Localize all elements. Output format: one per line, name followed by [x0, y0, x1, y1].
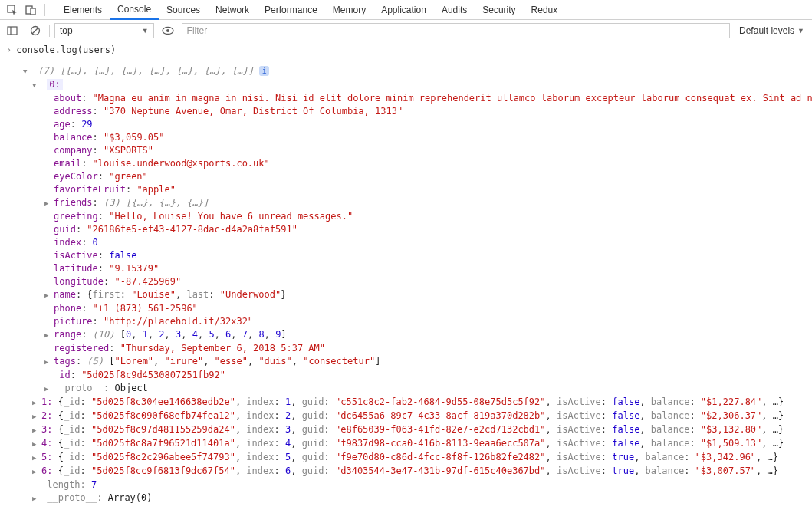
entry-0-body: about: "Magna eu anim in magna in nisi. … — [6, 92, 806, 396]
expand-arrow-icon[interactable] — [44, 288, 52, 302]
prop-row[interactable]: greeting: "Hello, Louise! You have 6 unr… — [6, 210, 806, 223]
expand-arrow-icon[interactable] — [44, 196, 52, 210]
prop-row[interactable]: friends: (3) [{…}, {…}, {…}] — [6, 196, 806, 210]
expand-arrow-icon[interactable] — [44, 382, 52, 396]
expand-arrow-icon[interactable] — [23, 64, 31, 78]
prop-value: "5d025f8c9d4530807251fb92" — [81, 370, 225, 380]
tab-security[interactable]: Security — [475, 0, 523, 20]
prop-row[interactable]: phone: "+1 (873) 561-2596" — [6, 302, 806, 315]
console-prompt-row: › console.log(users) — [0, 41, 812, 58]
entry-key: 5: — [41, 452, 58, 462]
context-label: top — [60, 25, 73, 36]
prompt-text[interactable]: console.log(users) — [16, 44, 116, 55]
info-icon[interactable]: i — [259, 66, 269, 76]
prop-row[interactable]: __proto__: Object — [6, 382, 806, 396]
tab-network[interactable]: Network — [208, 0, 257, 20]
array-summary: (7) [{…}, {…}, {…}, {…}, {…}, {…}, {…}] — [38, 65, 254, 76]
tab-memory[interactable]: Memory — [325, 0, 373, 20]
filter-input[interactable]: Filter — [182, 23, 730, 38]
svg-rect-2 — [31, 8, 35, 15]
expand-arrow-icon[interactable] — [44, 328, 52, 342]
tab-console[interactable]: Console — [110, 0, 159, 20]
prop-key: balance — [54, 132, 93, 143]
prop-key: age — [54, 119, 71, 130]
tab-application[interactable]: Application — [373, 0, 434, 20]
log-levels-selector[interactable]: Default levels ▼ — [735, 25, 809, 36]
expand-arrow-icon[interactable] — [32, 78, 40, 92]
prop-value: 29 — [81, 119, 92, 130]
prop-row[interactable]: eyeColor: "green" — [6, 170, 806, 183]
entry-row[interactable]: 6: {_id: "5d025f8cc9f6813f9dc67f54", ind… — [6, 465, 806, 479]
inspect-element-icon[interactable] — [3, 1, 21, 19]
prop-row[interactable]: registered: "Thursday, September 6, 2018… — [6, 342, 806, 355]
levels-label: Default levels — [739, 25, 794, 36]
prop-value: "26186fe5-ef43-4127-8dac-d4a2a8faf591" — [87, 224, 298, 235]
prop-key: guid — [54, 224, 76, 235]
filter-placeholder: Filter — [187, 25, 208, 36]
clear-console-icon[interactable] — [26, 21, 44, 40]
device-toolbar-icon[interactable] — [21, 1, 40, 19]
expand-arrow-icon[interactable] — [32, 451, 40, 465]
tab-elements[interactable]: Elements — [56, 0, 110, 20]
proto-array-row[interactable]: __proto__: Array(0) — [6, 492, 806, 505]
prop-value: false — [109, 250, 136, 261]
prop-key: longitude — [54, 276, 104, 287]
live-expression-icon[interactable] — [159, 21, 177, 40]
prop-key: registered — [54, 343, 109, 354]
svg-line-6 — [32, 28, 38, 34]
entry-0-header[interactable]: 0: — [6, 78, 806, 92]
entry-row[interactable]: 3: {_id: "5d025f8c97d481155259da24", ind… — [6, 423, 806, 437]
expand-arrow-icon[interactable] — [32, 396, 40, 410]
prop-key: isActive — [54, 250, 98, 261]
prop-row[interactable]: email: "louise.underwood@xsports.co.uk" — [6, 157, 806, 170]
prop-row[interactable]: age: 29 — [6, 118, 806, 131]
expand-arrow-icon[interactable] — [32, 465, 40, 479]
chevron-down-icon: ▼ — [142, 27, 149, 35]
prop-key: eyeColor — [54, 171, 98, 182]
entry-row[interactable]: 1: {_id: "5d025f8c304ee146638edb2e", ind… — [6, 396, 806, 410]
prop-row[interactable]: _id: "5d025f8c9d4530807251fb92" — [6, 369, 806, 382]
prop-row[interactable]: address: "370 Neptune Avenue, Omar, Dist… — [6, 105, 806, 118]
expand-arrow-icon[interactable] — [32, 410, 40, 423]
tab-redux[interactable]: Redux — [524, 0, 566, 20]
prop-key: greeting — [54, 211, 98, 222]
prop-row[interactable]: longitude: "-87.425969" — [6, 275, 806, 288]
prop-key: phone — [54, 303, 81, 314]
prop-row[interactable]: name: {first: "Louise", last: "Underwood… — [6, 288, 806, 302]
entry-key: 1: — [41, 396, 58, 407]
prop-row[interactable]: tags: (5) ["Lorem", "irure", "esse", "du… — [6, 355, 806, 369]
entry-row[interactable]: 5: {_id: "5d025f8c2c296abee5f74793", ind… — [6, 451, 806, 465]
prop-row[interactable]: guid: "26186fe5-ef43-4127-8dac-d4a2a8faf… — [6, 223, 806, 236]
prop-row[interactable]: isActive: false — [6, 249, 806, 262]
length-row: length: 7 — [6, 479, 806, 492]
prop-row[interactable]: balance: "$3,059.05" — [6, 131, 806, 144]
prop-row[interactable]: latitude: "9.15379" — [6, 262, 806, 275]
entry-row[interactable]: 2: {_id: "5d025f8c090f68efb74fea12", ind… — [6, 410, 806, 423]
prop-key: name — [54, 289, 76, 300]
prop-row[interactable]: picture: "http://placehold.it/32x32" — [6, 315, 806, 328]
entry-key: 2: — [41, 410, 58, 421]
tab-audits[interactable]: Audits — [434, 0, 475, 20]
prop-row[interactable]: favoriteFruit: "apple" — [6, 183, 806, 196]
expand-arrow-icon[interactable] — [32, 423, 40, 437]
prop-value: "Magna eu anim in magna in nisi. Nisi id… — [93, 93, 812, 104]
prop-value: 0 — [93, 237, 98, 248]
expand-arrow-icon[interactable] — [32, 492, 40, 505]
tab-performance[interactable]: Performance — [257, 0, 325, 20]
tab-sources[interactable]: Sources — [159, 0, 208, 20]
prop-row[interactable]: index: 0 — [6, 236, 806, 249]
prop-row[interactable]: range: (10) [0, 1, 2, 3, 4, 5, 6, 7, 8, … — [6, 328, 806, 342]
prop-row[interactable]: about: "Magna eu anim in magna in nisi. … — [6, 92, 806, 105]
tab-strip: Elements Console Sources Network Perform… — [56, 0, 565, 20]
context-selector[interactable]: top ▼ — [54, 23, 154, 38]
prop-key: latitude — [54, 263, 98, 274]
prop-row[interactable]: company: "XSPORTS" — [6, 144, 806, 157]
other-entries: 1: {_id: "5d025f8c304ee146638edb2e", ind… — [6, 396, 806, 479]
entry-row[interactable]: 4: {_id: "5d025f8c8a7f96521d11401a", ind… — [6, 437, 806, 451]
prop-value: "Underwood" — [220, 289, 281, 300]
expand-arrow-icon[interactable] — [44, 355, 52, 369]
prop-key: email — [54, 158, 81, 169]
toggle-sidebar-icon[interactable] — [3, 21, 21, 40]
expand-arrow-icon[interactable] — [32, 437, 40, 451]
array-summary-row[interactable]: (7) [{…}, {…}, {…}, {…}, {…}, {…}, {…}] … — [6, 64, 806, 78]
